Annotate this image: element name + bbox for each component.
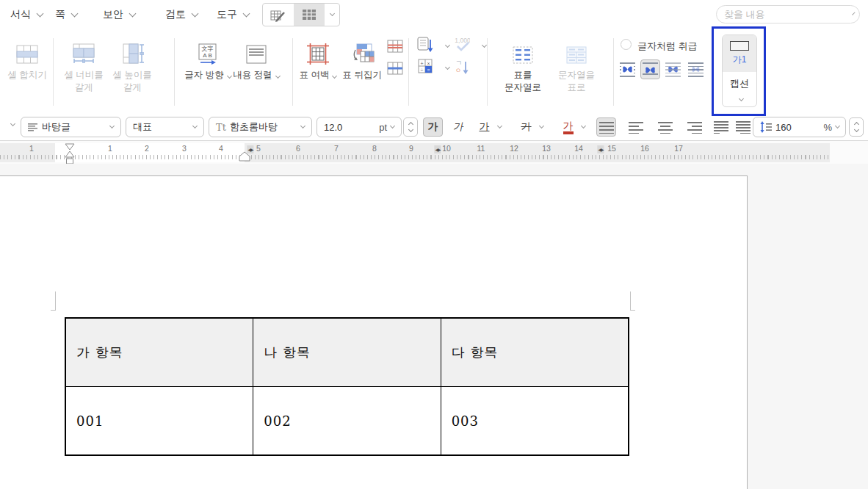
- treat-as-char-checkbox[interactable]: [621, 39, 632, 50]
- insert-column-icon[interactable]: [386, 60, 404, 76]
- merge-cells-icon: [3, 34, 51, 65]
- bold-button[interactable]: 가: [423, 117, 443, 137]
- calculator-dropdown[interactable]: [437, 60, 455, 76]
- chevron-down-icon[interactable]: [581, 123, 586, 128]
- table-data-cell[interactable]: 001: [66, 387, 253, 454]
- table-header-cell[interactable]: 나 항목: [253, 319, 441, 386]
- ruler-text-area: [55, 143, 245, 162]
- ribbon-mode-dropdown[interactable]: [325, 4, 339, 26]
- italic-button[interactable]: 가: [446, 117, 471, 137]
- svg-text:=: =: [427, 68, 430, 73]
- block-calc-icon[interactable]: [417, 37, 435, 53]
- caption-label: 캡션: [723, 77, 756, 90]
- toolbar-collapse-chevron[interactable]: [10, 121, 15, 126]
- korean-sort-icon[interactable]: ㄱ ㅇ: [454, 59, 471, 75]
- style-select[interactable]: 바탕글: [21, 117, 121, 137]
- menu-page[interactable]: 쪽: [55, 7, 77, 22]
- ruler-number: 13: [542, 144, 551, 153]
- text-direction-label: 글자 방향: [184, 69, 232, 82]
- align-center-icon: [658, 121, 673, 134]
- text-to-table-label: 문자열을 표로: [552, 69, 601, 94]
- table-margin-button[interactable]: 표 여백: [294, 34, 342, 82]
- indent-marker[interactable]: [65, 143, 75, 165]
- separator: [53, 38, 54, 106]
- table-flip-button[interactable]: 표 뒤집기: [338, 34, 386, 82]
- table-header-cell[interactable]: 가 항목: [66, 319, 253, 386]
- horizontal-ruler[interactable]: 11234567891011121314151617◀▶◀▶◀▶: [0, 141, 868, 164]
- table-to-text-button[interactable]: 표를 문자열로: [499, 34, 547, 94]
- table-header-cell[interactable]: 다 항목: [441, 319, 628, 386]
- document-area[interactable]: 가 항목 나 항목 다 항목 001 002 003: [0, 164, 868, 489]
- thousand-separator-dropdown[interactable]: [474, 38, 491, 54]
- separator: [613, 38, 614, 106]
- table-edit-mode-button[interactable]: [263, 4, 294, 26]
- spin-down-icon[interactable]: [853, 127, 858, 132]
- ruler-number: 16: [640, 144, 649, 153]
- equal-cell-height-button[interactable]: 셀 높이를 같게: [108, 34, 156, 94]
- search-input[interactable]: [724, 9, 853, 20]
- menu-security[interactable]: 보안: [103, 7, 135, 22]
- font-size-combo[interactable]: 12.0 pt: [317, 117, 402, 137]
- font-type-icon: Tt: [216, 122, 226, 133]
- table-layout-mode-button[interactable]: [294, 4, 325, 26]
- thousand-separator-icon[interactable]: 1,000: [452, 37, 470, 53]
- ruler-number: 11: [477, 144, 485, 153]
- table-data-cell[interactable]: 002: [253, 387, 441, 454]
- underline-button[interactable]: 가: [474, 117, 494, 137]
- merge-cells-button[interactable]: 셀 합치기: [3, 34, 51, 82]
- menu-tools-label: 도구: [217, 8, 237, 21]
- wrap-topbottom-button[interactable]: [640, 59, 660, 79]
- equal-cell-width-button[interactable]: 셀 너비를 같게: [59, 34, 108, 94]
- menu-tools[interactable]: 도구: [217, 7, 249, 22]
- align-center-button[interactable]: [655, 117, 675, 137]
- align-right-button[interactable]: [684, 117, 704, 137]
- line-spacing-spinner[interactable]: [849, 117, 864, 137]
- menu-review[interactable]: 검토: [165, 7, 198, 22]
- chevron-down-icon: [390, 123, 395, 128]
- insert-row-icon[interactable]: [386, 38, 404, 54]
- ruler-number: 17: [674, 144, 683, 153]
- line-spacing-combo[interactable]: 160 %: [753, 117, 846, 137]
- align-distribute-button[interactable]: [711, 117, 731, 137]
- preset-select[interactable]: 대표: [126, 117, 204, 137]
- right-margin-marker[interactable]: [239, 151, 250, 162]
- font-color-button[interactable]: 가: [558, 117, 578, 137]
- table-grid-icon: [303, 10, 316, 20]
- ruler-number: 6: [296, 144, 300, 153]
- wrap-behind-button[interactable]: [663, 59, 683, 79]
- font-select[interactable]: Tt 함초롬바탕: [209, 117, 312, 137]
- ruler-number: 2: [145, 144, 149, 153]
- chevron-down-icon[interactable]: [497, 123, 502, 128]
- wrap-square-button[interactable]: [618, 59, 637, 79]
- text-direction-button[interactable]: 文字 A B 글자 방향: [184, 34, 232, 82]
- butterfly-object-icon: [644, 65, 657, 75]
- document-page[interactable]: 가 항목 나 항목 다 항목 001 002 003: [0, 175, 748, 489]
- chevron-down-icon: [445, 64, 450, 69]
- text-to-table-button[interactable]: 문자열을 표로: [552, 34, 601, 94]
- align-justify-button[interactable]: [596, 117, 616, 137]
- align-divide-button[interactable]: [733, 117, 753, 137]
- ribbon-toolbar: 셀 합치기 셀 너비를 같게: [0, 29, 868, 114]
- menu-format[interactable]: 서식: [10, 7, 43, 22]
- content-align-label: 내용 정렬: [232, 69, 281, 82]
- calculator-icon[interactable]: + × ÷ =: [417, 59, 435, 75]
- chevron-down-icon: [482, 42, 487, 47]
- paragraph-style-icon: [28, 123, 37, 131]
- document-table[interactable]: 가 항목 나 항목 다 항목 001 002 003: [65, 317, 629, 456]
- treat-as-char-label: 글자처럼 취급: [637, 40, 698, 53]
- table-flip-label: 표 뒤집기: [338, 69, 386, 82]
- svg-text:文字: 文字: [202, 46, 214, 52]
- line-spacing-icon: [759, 121, 772, 133]
- strikethrough-button[interactable]: 가: [516, 117, 536, 137]
- caption-button[interactable]: 가1 캡션: [722, 35, 757, 107]
- spin-down-icon[interactable]: [408, 127, 413, 132]
- search-box: [716, 5, 860, 23]
- align-left-button[interactable]: [626, 117, 645, 137]
- chevron-down-icon: [300, 123, 305, 128]
- wrap-front-button[interactable]: [686, 59, 706, 79]
- content-align-button[interactable]: 내용 정렬: [232, 34, 281, 82]
- chevron-down-icon[interactable]: [539, 123, 544, 128]
- font-size-spinner[interactable]: [403, 117, 418, 137]
- ruler-number: 1: [108, 144, 112, 153]
- table-data-cell[interactable]: 003: [441, 387, 628, 454]
